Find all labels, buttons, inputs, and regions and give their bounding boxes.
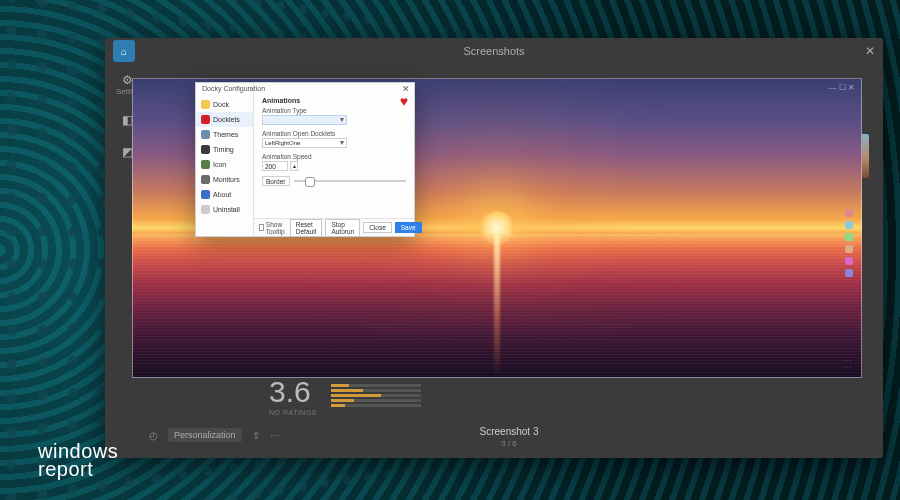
cat-icon [201, 145, 210, 154]
window-controls[interactable]: — ☐ ✕ [829, 83, 855, 92]
more-icon[interactable]: ⋯ [270, 430, 280, 441]
dialog-side-item[interactable]: Dock [196, 97, 253, 112]
border-slider[interactable] [294, 180, 406, 182]
section-heading: Animations [262, 97, 406, 104]
animation-open-select[interactable]: LeftRightOne [262, 138, 347, 148]
dialog-side-item[interactable]: Icon [196, 157, 253, 172]
slider-label: Border [262, 176, 290, 186]
dialog-side-item[interactable]: About [196, 187, 253, 202]
home-icon: ⌂ [121, 46, 127, 57]
field-label: Animation Type [262, 107, 406, 114]
dialog-side-item[interactable]: Themes [196, 127, 253, 142]
tray-icon[interactable] [845, 221, 853, 229]
sun-reflection [494, 234, 500, 377]
cat-icon [201, 100, 210, 109]
dialog-side-item[interactable]: Uninstall [196, 202, 253, 217]
rating-bars [331, 384, 421, 407]
close-icon[interactable]: ✕ [865, 44, 875, 58]
tray-icon[interactable] [845, 233, 853, 241]
rating-value: 3.6 [269, 375, 317, 409]
stop-autorun-button[interactable]: Stop Autorun [325, 219, 360, 237]
tray-icon[interactable] [845, 257, 853, 265]
tray-icon[interactable] [845, 209, 853, 217]
cat-icon [201, 160, 210, 169]
field-label: Animation Open Docklets [262, 130, 406, 137]
desktop-clock: · · ·· · · [843, 358, 851, 371]
config-dialog: Docky Configuration ✕ DockDockletsThemes… [195, 82, 415, 237]
cat-icon [201, 205, 210, 214]
show-tooltip-checkbox[interactable]: Show Tooltip [259, 221, 287, 235]
desktop-tray [845, 209, 853, 277]
reset-button[interactable]: Reset Default [290, 219, 323, 237]
tray-icon[interactable] [845, 269, 853, 277]
window-title: Screenshots [463, 45, 524, 57]
heart-icon: ♥ [400, 93, 408, 109]
dialog-side-item[interactable]: Timing [196, 142, 253, 157]
spin-up-icon[interactable]: ▴ [290, 161, 298, 171]
save-button[interactable]: Save [395, 222, 422, 233]
rating-sub: NO RATINGS [269, 409, 317, 416]
category-chip[interactable]: Personalization [168, 428, 242, 442]
animation-type-select[interactable] [262, 115, 347, 125]
share-icon[interactable]: ⇪ [252, 430, 260, 441]
cat-icon [201, 115, 210, 124]
dialog-sidebar: DockDockletsThemesTimingIconMonitorsAbou… [196, 83, 254, 236]
site-watermark: windowsreport [38, 442, 118, 478]
dialog-footer: Show Tooltip Reset Default Stop Autorun … [254, 218, 414, 236]
cat-icon [201, 190, 210, 199]
cat-icon [201, 130, 210, 139]
tray-icon[interactable] [845, 245, 853, 253]
field-label: Animation Speed [262, 153, 406, 160]
cat-icon [201, 175, 210, 184]
home-button[interactable]: ⌂ [113, 40, 135, 62]
animation-speed-input[interactable]: 200 [262, 161, 288, 171]
dialog-side-item[interactable]: Docklets [196, 112, 253, 127]
dialog-body: ♥ Animations Animation Type Animation Op… [254, 83, 414, 236]
clock-icon: ◴ [149, 430, 158, 441]
checkbox-icon [259, 224, 264, 231]
category-row: ◴ Personalization ⇪ ⋯ [149, 428, 280, 442]
titlebar: ⌂ Screenshots ✕ [105, 38, 883, 64]
close-button[interactable]: Close [363, 222, 392, 233]
dialog-side-item[interactable]: Monitors [196, 172, 253, 187]
